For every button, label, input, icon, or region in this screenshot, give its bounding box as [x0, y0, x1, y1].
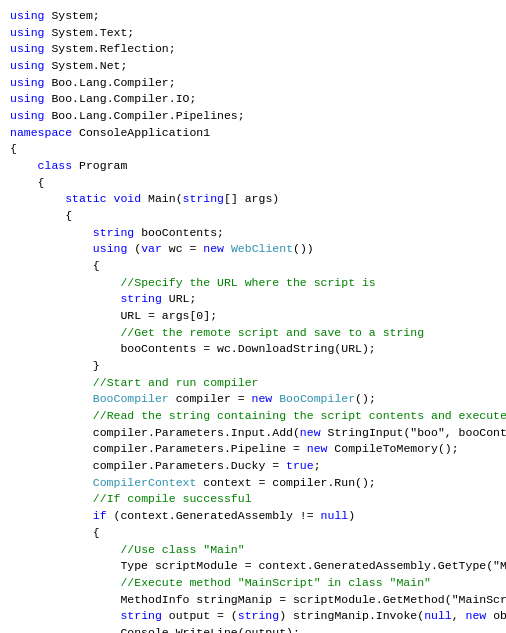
- code-line: using Boo.Lang.Compiler.Pipelines;: [10, 108, 496, 125]
- code-line: //Read the string containing the script …: [10, 408, 496, 425]
- code-line: compiler.Parameters.Input.Add(new String…: [10, 425, 496, 442]
- code-line: using Boo.Lang.Compiler;: [10, 75, 496, 92]
- code-line: if (context.GeneratedAssembly != null): [10, 508, 496, 525]
- code-line: using System.Text;: [10, 25, 496, 42]
- code-line: {: [10, 175, 496, 192]
- code-editor: using System;using System.Text;using Sys…: [0, 0, 506, 633]
- code-line: {: [10, 141, 496, 158]
- code-line: string output = (string) stringManip.Inv…: [10, 608, 496, 625]
- code-line: Console.WriteLine(output);: [10, 625, 496, 633]
- code-line: booContents = wc.DownloadString(URL);: [10, 341, 496, 358]
- code-line: using Boo.Lang.Compiler.IO;: [10, 91, 496, 108]
- code-line: //Specify the URL where the script is: [10, 275, 496, 292]
- code-line: MethodInfo stringManip = scriptModule.Ge…: [10, 592, 496, 609]
- code-line: using System.Reflection;: [10, 41, 496, 58]
- code-line: //Execute method "MainScript" in class "…: [10, 575, 496, 592]
- code-line: string booContents;: [10, 225, 496, 242]
- code-line: CompilerContext context = compiler.Run()…: [10, 475, 496, 492]
- code-line: {: [10, 258, 496, 275]
- code-line: using (var wc = new WebClient()): [10, 241, 496, 258]
- code-line: {: [10, 208, 496, 225]
- code-line: static void Main(string[] args): [10, 191, 496, 208]
- code-line: //Start and run compiler: [10, 375, 496, 392]
- code-line: //Get the remote script and save to a st…: [10, 325, 496, 342]
- code-line: string URL;: [10, 291, 496, 308]
- code-line: Type scriptModule = context.GeneratedAss…: [10, 558, 496, 575]
- code-line: compiler.Parameters.Ducky = true;: [10, 458, 496, 475]
- code-line: compiler.Parameters.Pipeline = new Compi…: [10, 441, 496, 458]
- code-line: {: [10, 525, 496, 542]
- code-line: //Use class "Main": [10, 542, 496, 559]
- code-line: BooCompiler compiler = new BooCompiler()…: [10, 391, 496, 408]
- code-line: using System.Net;: [10, 58, 496, 75]
- code-line: URL = args[0];: [10, 308, 496, 325]
- code-line: class Program: [10, 158, 496, 175]
- code-line: //If compile successful: [10, 491, 496, 508]
- code-line: }: [10, 358, 496, 375]
- code-line: using System;: [10, 8, 496, 25]
- code-line: namespace ConsoleApplication1: [10, 125, 496, 142]
